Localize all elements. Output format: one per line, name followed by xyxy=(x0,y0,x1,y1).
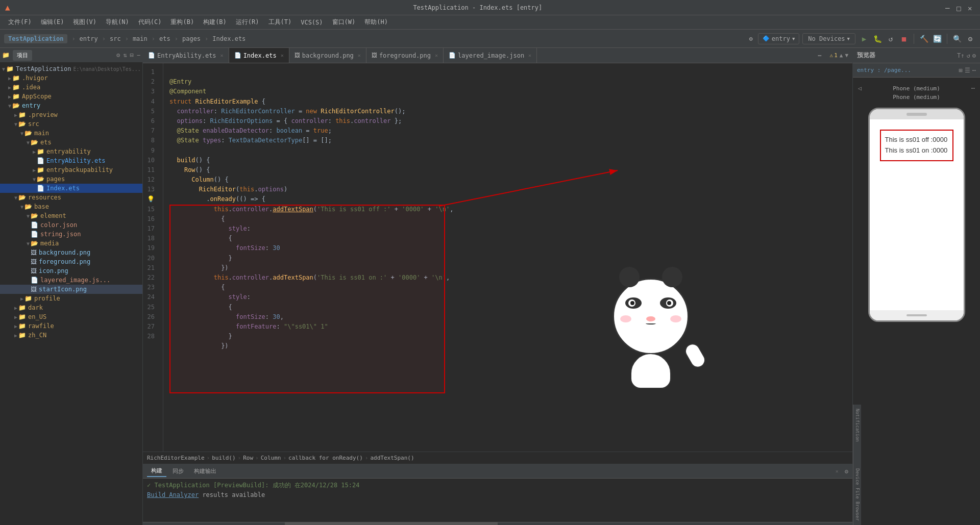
sidebar-collapse-icon[interactable]: ⊟ xyxy=(130,52,134,59)
breadcrumb-pages[interactable]: pages xyxy=(182,35,201,42)
bc-item-5[interactable]: callback for onReady() xyxy=(288,455,363,461)
breadcrumb-src[interactable]: src xyxy=(110,35,121,42)
tree-item-element[interactable]: ▼ 📂 element xyxy=(0,211,142,220)
breadcrumb-ets[interactable]: ets xyxy=(159,35,170,42)
search-button[interactable]: 🔍 xyxy=(951,33,963,44)
tree-item-colorjson[interactable]: 📄 color.json xyxy=(0,220,142,230)
tree-item-en-us[interactable]: ▶ 📁 en_US xyxy=(0,312,142,321)
project-label[interactable]: TestApplication xyxy=(4,34,67,43)
code-editor[interactable]: 1 2 3 4 5 6 7 8 9 10 11 12 13 💡 15 16 17… xyxy=(143,63,852,452)
tree-item-indexets[interactable]: 📄 Index.ets xyxy=(0,184,142,193)
tree-item-entryabilityets[interactable]: 📄 EntryAbility.ets xyxy=(0,156,142,165)
tab-close-button[interactable]: ✕ xyxy=(281,53,284,58)
refresh-button[interactable]: ↺ xyxy=(885,33,896,44)
sidebar-sort-icon[interactable]: ⇅ xyxy=(123,52,127,59)
menu-tools[interactable]: 工具(T) xyxy=(264,16,296,28)
menu-run[interactable]: 运行(R) xyxy=(232,16,263,28)
tree-item-fgpng[interactable]: 🖼 foreground.png xyxy=(0,257,142,266)
settings-button[interactable]: ⚙ xyxy=(965,33,976,44)
tab-entryability[interactable]: 📄 EntryAbility.ets ✕ xyxy=(143,48,229,63)
tree-item-entrybackup[interactable]: ▶ 📁 entrybackupability xyxy=(0,165,142,174)
preview-grid-icon[interactable]: ⊞ xyxy=(959,67,963,74)
tree-item-stringjson[interactable]: 📄 string.json xyxy=(0,230,142,239)
bottom-tab-output[interactable]: 构建输出 xyxy=(190,466,220,477)
chevron-up-icon[interactable]: ▲ xyxy=(840,52,843,59)
preview-font-icon[interactable]: T↑ xyxy=(957,52,964,59)
tree-item-media[interactable]: ▼ 📂 media xyxy=(0,239,142,248)
bc-item-2[interactable]: build() xyxy=(212,455,235,461)
chevron-down-icon[interactable]: ▼ xyxy=(845,52,848,59)
bc-item-1[interactable]: RichEditorExample xyxy=(147,455,205,461)
bottom-panel-close[interactable]: ✕ xyxy=(836,468,839,474)
tree-item-zh-cn[interactable]: ▶ 📁 zh_CN xyxy=(0,331,142,340)
menu-help[interactable]: 帮助(H) xyxy=(360,16,392,28)
menu-file[interactable]: 文件(F) xyxy=(4,16,36,28)
tree-item-resources[interactable]: ▼ 📂 resources xyxy=(0,193,142,202)
menu-vcs[interactable]: VCS(S) xyxy=(297,17,327,28)
stop-button[interactable]: ■ xyxy=(898,33,910,44)
bottom-tab-build[interactable]: 构建 xyxy=(147,465,166,477)
menu-refactor[interactable]: 重构(B) xyxy=(166,16,198,28)
menu-view[interactable]: 视图(V) xyxy=(69,16,101,28)
preview-back-icon[interactable]: ◁ xyxy=(858,85,862,92)
tab-close-button[interactable]: ✕ xyxy=(435,53,438,58)
tree-item-main[interactable]: ▼ 📂 main xyxy=(0,129,142,138)
debug-button[interactable]: 🐛 xyxy=(872,33,883,44)
preview-more-icon2[interactable]: ⋯ xyxy=(971,85,975,92)
bottom-tab-sync[interactable]: 同步 xyxy=(168,466,188,477)
tab-close-button[interactable]: ✕ xyxy=(358,53,361,58)
tree-item-idea[interactable]: ▶ 📁 .idea xyxy=(0,83,142,92)
tree-item-hvigor[interactable]: ▶ 📁 .hvigor xyxy=(0,73,142,83)
bc-item-6[interactable]: addTextSpan() xyxy=(370,455,414,461)
bottom-settings-icon[interactable]: ⚙ xyxy=(845,468,848,475)
tree-item-bgpng[interactable]: 🖼 background.png xyxy=(0,248,142,257)
maximize-button[interactable]: □ xyxy=(957,4,964,11)
tab-close-button[interactable]: ✕ xyxy=(528,53,531,58)
menu-build[interactable]: 构建(B) xyxy=(199,16,231,28)
tree-item-src[interactable]: ▼ 📂 src xyxy=(0,119,142,129)
code-content[interactable]: @Entry @Component struct RichEditorExamp… xyxy=(163,63,852,452)
tab-indexets[interactable]: 📄 Index.ets ✕ xyxy=(229,48,289,63)
tab-close-button[interactable]: ✕ xyxy=(220,53,224,58)
tree-item-layeredjson[interactable]: 📄 layered_image.js... xyxy=(0,276,142,285)
entry-dropdown[interactable]: 🔷 entry ▼ xyxy=(758,33,800,44)
notification-btn[interactable]: Notification xyxy=(854,407,861,444)
bc-item-3[interactable]: Row xyxy=(243,455,253,461)
run-button[interactable]: ▶ xyxy=(859,33,870,44)
build-analyzer-link[interactable]: Build Analyzer xyxy=(147,491,199,498)
sidebar-gear-icon[interactable]: ⚙ xyxy=(116,52,120,59)
breadcrumb-main[interactable]: main xyxy=(133,35,148,42)
preview-settings-icon[interactable]: ⚙ xyxy=(972,52,976,59)
tree-item-rawfile[interactable]: ▶ 📁 rawfile xyxy=(0,321,142,331)
menu-nav[interactable]: 导航(N) xyxy=(102,16,133,28)
breadcrumb-indexets[interactable]: Index.ets xyxy=(212,35,246,42)
close-button[interactable]: ✕ xyxy=(968,4,975,11)
breadcrumb-entry[interactable]: entry xyxy=(80,35,98,42)
tree-item-root[interactable]: ▼ 📁 TestApplication E:\nana\Desktop\Tes.… xyxy=(0,64,142,73)
tree-item-preview[interactable]: ▶ 📁 .preview xyxy=(0,110,142,119)
no-devices-button[interactable]: No Devices ▼ xyxy=(802,33,855,44)
tab-bgpng[interactable]: 🖼 background.png ✕ xyxy=(289,48,366,63)
tree-item-ets[interactable]: ▼ 📂 ets xyxy=(0,138,142,147)
tab-layeredjson[interactable]: 📄 layered_image.json ✕ xyxy=(444,48,537,63)
menu-window[interactable]: 窗口(W) xyxy=(328,16,360,28)
device-file-browser-btn[interactable]: Device File Browser xyxy=(854,466,861,523)
preview-list-icon[interactable]: ☰ xyxy=(965,67,970,74)
tree-item-pages[interactable]: ▼ 📂 pages xyxy=(0,174,142,184)
tree-item-entry[interactable]: ▼ 📂 entry xyxy=(0,101,142,110)
menu-edit[interactable]: 编辑(E) xyxy=(37,16,68,28)
preview-more-icon[interactable]: ⋯ xyxy=(972,67,976,74)
minimize-button[interactable]: ─ xyxy=(945,4,952,11)
tree-item-profile[interactable]: ▶ 📁 profile xyxy=(0,294,142,303)
sync-button[interactable]: 🔄 xyxy=(932,33,943,44)
tree-item-iconpng[interactable]: 🖼 icon.png xyxy=(0,266,142,276)
menu-code[interactable]: 代码(C) xyxy=(134,16,166,28)
bc-item-4[interactable]: Column xyxy=(261,455,281,461)
preview-refresh-icon[interactable]: ↺ xyxy=(967,52,970,59)
tree-item-appscope[interactable]: ▶ 📁 AppScope xyxy=(0,92,142,101)
sidebar-tab-project[interactable]: 项目 xyxy=(13,50,32,61)
tab-overflow-button[interactable]: ⋯ xyxy=(814,52,825,59)
tree-item-base[interactable]: ▼ 📂 base xyxy=(0,202,142,211)
tree-item-entryability[interactable]: ▶ 📁 entryability xyxy=(0,147,142,156)
tree-item-dark[interactable]: ▶ 📁 dark xyxy=(0,303,142,312)
